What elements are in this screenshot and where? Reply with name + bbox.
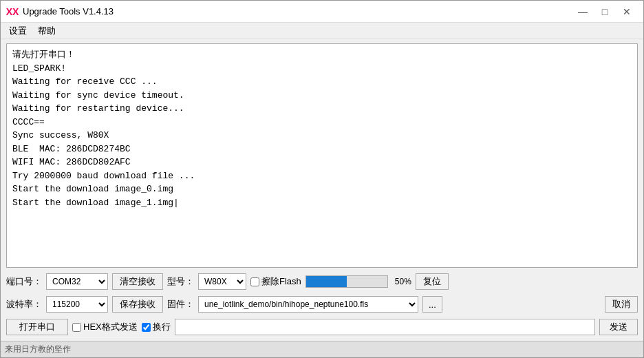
send-button[interactable]: 发送 — [599, 319, 638, 335]
newline-checkbox[interactable] — [142, 323, 151, 332]
firmware-select[interactable]: une_iotlink_demo/bin/hihope_neptune100.f… — [198, 296, 418, 313]
controls-row-1: 端口号： COM32 清空接收 型号： W80X 擦除Flash 50 — [6, 272, 638, 291]
save-receive-button[interactable]: 保存接收 — [112, 296, 163, 313]
main-window: XX Upgrade Tools V1.4.13 — □ ✕ 设置 帮助 请先打… — [0, 0, 644, 358]
browse-button[interactable]: ... — [422, 296, 442, 313]
menu-settings[interactable]: 设置 — [3, 23, 32, 39]
firmware-label: 固件： — [167, 298, 194, 310]
close-button[interactable]: ✕ — [616, 3, 638, 20]
erase-flash-checkbox[interactable] — [250, 277, 259, 286]
erase-flash-checkbox-label[interactable]: 擦除Flash — [250, 275, 301, 288]
cancel-button[interactable]: 取消 — [605, 296, 638, 313]
controls-row-3: 打开串口 HEX格式发送 换行 发送 — [6, 317, 638, 337]
newline-label: 换行 — [153, 321, 171, 333]
model-label: 型号： — [167, 275, 194, 288]
app-icon: XX — [6, 6, 19, 18]
status-text: 来用日方教的坚作 — [5, 344, 71, 355]
reset-button[interactable]: 复位 — [416, 273, 449, 290]
maximize-button[interactable]: □ — [594, 3, 616, 20]
send-input[interactable] — [175, 319, 595, 335]
model-select[interactable]: W80X — [198, 273, 246, 290]
main-content: 请先打开串口！LED_SPARK!Waiting for receive CCC… — [1, 39, 643, 341]
controls-area: 端口号： COM32 清空接收 型号： W80X 擦除Flash 50 — [6, 272, 638, 337]
menu-bar: 设置 帮助 — [1, 23, 643, 39]
progress-bar-container — [305, 275, 388, 288]
minimize-button[interactable]: — — [572, 3, 594, 20]
progress-bar-fill — [306, 276, 347, 287]
progress-percent: 50% — [395, 277, 411, 286]
menu-help[interactable]: 帮助 — [32, 23, 61, 39]
controls-row-2: 波特率： 115200 保存接收 固件： une_iotlink_demo/bi… — [6, 295, 638, 314]
progress-wrapper: 50% — [305, 275, 411, 288]
port-label: 端口号： — [6, 275, 42, 288]
open-port-button[interactable]: 打开串口 — [6, 319, 68, 335]
hex-checkbox[interactable] — [72, 323, 81, 332]
baud-label: 波特率： — [6, 298, 42, 310]
port-select[interactable]: COM32 — [46, 273, 108, 290]
title-bar: XX Upgrade Tools V1.4.13 — □ ✕ — [1, 1, 643, 23]
baud-select[interactable]: 115200 — [46, 296, 108, 313]
hex-checkbox-label[interactable]: HEX格式发送 — [72, 321, 138, 333]
hex-label: HEX格式发送 — [83, 321, 138, 333]
window-controls: — □ ✕ — [572, 3, 638, 20]
log-output: 请先打开串口！LED_SPARK!Waiting for receive CCC… — [6, 43, 638, 268]
erase-flash-label: 擦除Flash — [261, 275, 301, 288]
clear-receive-button[interactable]: 清空接收 — [112, 273, 163, 290]
newline-checkbox-label[interactable]: 换行 — [142, 321, 171, 333]
bottom-bar: 来用日方教的坚作 — [1, 341, 643, 357]
window-title: Upgrade Tools V1.4.13 — [23, 6, 572, 17]
